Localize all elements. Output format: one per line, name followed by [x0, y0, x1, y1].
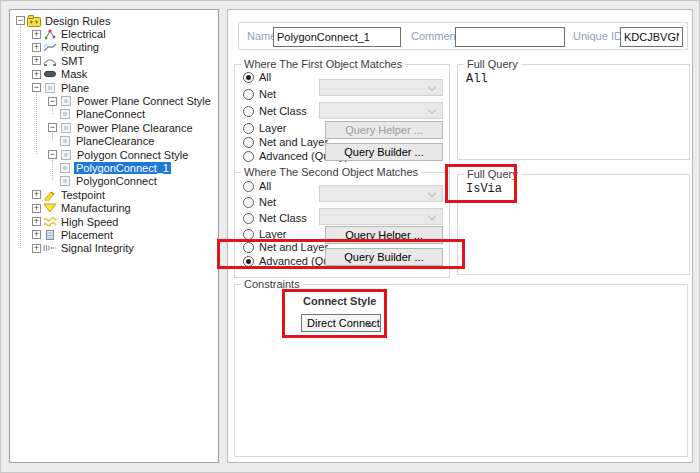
- expander-icon[interactable]: +: [32, 56, 41, 65]
- net-class-dropdown: [319, 208, 443, 225]
- group-title: Constraints: [241, 278, 303, 290]
- expander-icon[interactable]: −: [48, 123, 57, 132]
- expander-icon[interactable]: +: [32, 43, 41, 52]
- radio-icon[interactable]: [243, 229, 254, 240]
- expander-icon[interactable]: −: [48, 97, 57, 106]
- tree-item-power-plane-clearance[interactable]: −Power Plane Clearance: [10, 121, 218, 134]
- tree-item-high-speed[interactable]: +High Speed: [10, 215, 218, 228]
- tree-item-planeconnect-1[interactable]: PlaneConnect: [10, 108, 218, 121]
- rule-header-group: Name Comment Unique ID: [238, 22, 688, 50]
- net-dropdown: [319, 185, 443, 202]
- tree-item-planeclearance[interactable]: PlaneClearance: [10, 135, 218, 148]
- rule-icon: [58, 108, 72, 120]
- unique-id-label: Unique ID: [573, 23, 622, 49]
- mask-icon: [43, 68, 57, 80]
- query-builder-button[interactable]: Query Builder ...: [325, 143, 443, 161]
- expander-icon[interactable]: +: [32, 70, 41, 79]
- tree-item-electrical[interactable]: +Electrical: [10, 27, 218, 40]
- rule-icon: [58, 162, 72, 174]
- rule-icon: [58, 175, 72, 187]
- radio-net[interactable]: Net: [243, 195, 276, 209]
- group-title: Full Query: [464, 168, 521, 180]
- chevron-down-icon: [428, 212, 436, 220]
- unique-id-input[interactable]: [620, 27, 683, 47]
- tree-item-testpoint[interactable]: +Testpoint: [10, 188, 218, 201]
- radio-icon[interactable]: [243, 213, 254, 224]
- electrical-icon: [43, 28, 57, 40]
- radio-icon[interactable]: [243, 151, 254, 162]
- radio-net-and-layer[interactable]: Net and Layer: [243, 240, 328, 254]
- radio-icon[interactable]: [243, 181, 254, 192]
- rule-icon: [58, 135, 72, 147]
- radio-icon[interactable]: [243, 106, 254, 117]
- connect-style-label: Connect Style: [303, 295, 376, 307]
- tree-item-plane[interactable]: −Plane: [10, 81, 218, 94]
- radio-net-class[interactable]: Net Class: [243, 211, 307, 225]
- radio-icon[interactable]: [243, 242, 254, 253]
- radio-icon[interactable]: [243, 89, 254, 100]
- expander-icon[interactable]: +: [32, 204, 41, 213]
- signal-integrity-icon: [43, 242, 57, 254]
- smt-icon: [43, 55, 57, 67]
- expander-icon[interactable]: +: [32, 30, 41, 39]
- radio-icon[interactable]: [243, 256, 254, 267]
- rule-editor-panel: Name Comment Unique ID Where The First O…: [227, 9, 693, 463]
- expander-icon[interactable]: +: [32, 244, 41, 253]
- name-input[interactable]: [273, 27, 401, 47]
- testpoint-icon: [43, 189, 57, 201]
- full-query-second-value: IsVia: [466, 182, 502, 196]
- radio-net-and-layer[interactable]: Net and Layer: [243, 135, 328, 149]
- group-title: Full Query: [464, 58, 521, 70]
- plane-rule-icon: [43, 82, 57, 94]
- radio-all[interactable]: All: [243, 179, 271, 193]
- radio-net[interactable]: Net: [243, 87, 276, 101]
- radio-icon[interactable]: [243, 72, 254, 83]
- query-helper-button: Query Helper ...: [325, 121, 443, 139]
- radio-icon[interactable]: [243, 137, 254, 148]
- rules-tree-panel: −Design Rules +Electrical +Routing +SMT …: [9, 9, 219, 463]
- expander-icon[interactable]: −: [32, 83, 41, 92]
- radio-all[interactable]: All: [243, 70, 271, 84]
- tree-item-polygonconnect[interactable]: PolygonConnect: [10, 175, 218, 188]
- group-title: Where The First Object Matches: [241, 58, 405, 70]
- tree-item-power-plane-connect-style[interactable]: −Power Plane Connect Style: [10, 94, 218, 107]
- tree-item-polygon-connect-style[interactable]: −Polygon Connect Style: [10, 148, 218, 161]
- full-query-first-group: Full Query All: [457, 64, 690, 160]
- tree-item-smt[interactable]: +SMT: [10, 54, 218, 67]
- comment-input[interactable]: [455, 27, 565, 47]
- high-speed-icon: [43, 216, 57, 228]
- expander-icon[interactable]: +: [32, 190, 41, 199]
- rule-type-icon: [59, 149, 73, 161]
- manufacturing-icon: [43, 202, 57, 214]
- full-query-first-value: All: [466, 72, 488, 86]
- tree-item-design-rules[interactable]: −Design Rules: [10, 14, 218, 27]
- tree-item-polygonconnect-1[interactable]: PolygonConnect_1: [10, 161, 218, 174]
- radio-icon[interactable]: [243, 123, 254, 134]
- tree-item-mask[interactable]: +Mask: [10, 68, 218, 81]
- query-helper-button[interactable]: Query Helper ...: [325, 226, 443, 244]
- radio-net-class[interactable]: Net Class: [243, 104, 307, 118]
- chevron-down-icon: [428, 106, 436, 114]
- radio-layer[interactable]: Layer: [243, 121, 287, 135]
- first-object-matches-group: Where The First Object Matches All Net N…: [234, 64, 450, 176]
- expander-icon[interactable]: +: [32, 230, 41, 239]
- name-label: Name: [247, 23, 276, 49]
- expander-icon[interactable]: +: [32, 217, 41, 226]
- connect-style-dropdown[interactable]: Direct Connect: [301, 314, 381, 332]
- chevron-down-icon: [428, 189, 436, 197]
- rules-folder-icon: [27, 15, 41, 27]
- tree-item-signal-integrity[interactable]: +Signal Integrity: [10, 242, 218, 255]
- routing-icon: [43, 41, 57, 53]
- tree-item-manufacturing[interactable]: +Manufacturing: [10, 201, 218, 214]
- radio-layer[interactable]: Layer: [243, 227, 287, 241]
- rule-type-icon: [59, 95, 73, 107]
- radio-icon[interactable]: [243, 197, 254, 208]
- query-builder-button[interactable]: Query Builder ...: [325, 248, 443, 266]
- expander-icon[interactable]: −: [48, 150, 57, 159]
- tree-item-routing[interactable]: +Routing: [10, 41, 218, 54]
- comment-label: Comment: [411, 23, 459, 49]
- net-dropdown: [319, 79, 443, 96]
- expander-icon[interactable]: −: [16, 16, 25, 25]
- tree-item-placement[interactable]: +Placement: [10, 228, 218, 241]
- net-class-dropdown: [319, 102, 443, 119]
